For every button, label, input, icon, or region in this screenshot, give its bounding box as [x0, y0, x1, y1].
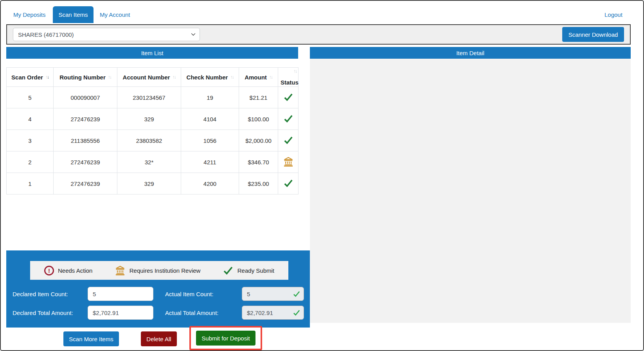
column-label: Routing Number — [59, 74, 106, 81]
declared-total-amount-label: Declared Total Amount: — [13, 310, 88, 316]
check-number-cell: 19 — [181, 87, 239, 108]
sort-arrows-icon: ↑↓ — [269, 74, 272, 80]
account-number-cell: 329 — [117, 108, 181, 130]
column-header-status[interactable]: ↑↓Status — [278, 68, 299, 87]
sort-arrows-icon: ↑↓ — [45, 74, 49, 80]
match-check-icon — [293, 309, 300, 317]
actual-total-amount-field: $2,702.91 — [242, 306, 304, 320]
routing-number-cell: 272476239 — [54, 173, 117, 194]
column-label: Amount — [245, 74, 267, 81]
declared-item-count-input[interactable] — [88, 287, 153, 301]
table-row[interactable]: 2 272476239 32* 4211 $346.70 — [7, 151, 299, 173]
column-label: Account Number — [123, 74, 170, 81]
legend-label: Ready Submit — [237, 267, 274, 274]
item-detail-panel — [310, 59, 631, 323]
scan-order-cell: 2 — [7, 151, 54, 173]
institution-review-icon — [115, 265, 126, 276]
status-cell — [278, 108, 299, 130]
column-header-scan-order[interactable]: Scan Order↑↓ — [7, 68, 54, 87]
status-cell — [278, 173, 299, 194]
item-list-header: Item List — [6, 47, 298, 59]
check-number-cell: 4200 — [181, 173, 239, 194]
table-header-row: Scan Order↑↓ Routing Number↑↓ Account Nu… — [7, 68, 299, 87]
needs-action-icon: ! — [44, 266, 54, 275]
column-header-amount[interactable]: Amount↑↓ — [239, 68, 278, 87]
status-cell — [278, 151, 299, 173]
submit-highlight-annotation: Submit for Deposit — [189, 326, 262, 350]
legend-label: Needs Action — [58, 267, 92, 274]
tab-my-deposits[interactable]: My Deposits — [13, 11, 46, 18]
routing-number-cell: 000090007 — [54, 87, 117, 108]
check-number-cell: 4211 — [181, 151, 239, 173]
institution-review-icon — [283, 156, 294, 167]
column-header-check-number[interactable]: Check Number↑↓ — [181, 68, 239, 87]
ready-check-icon — [283, 113, 293, 124]
ready-check-icon — [283, 92, 293, 102]
ready-check-icon — [283, 135, 293, 145]
table-row[interactable]: 3 211385556 23803582 1056 $2,000.00 — [7, 130, 299, 151]
tab-my-account[interactable]: My Account — [100, 11, 130, 18]
table-row[interactable]: 1 272476239 329 4200 $235.00 — [7, 173, 299, 194]
amount-cell: $235.00 — [239, 173, 278, 194]
legend-needs-action: ! Needs Action — [44, 266, 92, 275]
actual-total-amount-value: $2,702.91 — [247, 310, 273, 316]
tab-scan-items[interactable]: Scan Items — [53, 6, 94, 23]
account-number-cell: 329 — [117, 173, 181, 194]
deposit-summary-panel: ! Needs Action Requires Institution Revi… — [6, 250, 310, 328]
actual-item-count-value: 5 — [247, 291, 250, 297]
routing-number-cell: 211385556 — [54, 130, 117, 151]
routing-number-cell: 272476239 — [54, 151, 117, 173]
column-header-account-number[interactable]: Account Number↑↓ — [117, 68, 181, 87]
legend-label: Requires Institution Review — [130, 267, 201, 274]
column-label: Status — [280, 79, 299, 86]
account-number-cell: 2301234567 — [117, 87, 181, 108]
column-label: Scan Order — [11, 74, 43, 81]
column-header-routing-number[interactable]: Routing Number↑↓ — [54, 68, 117, 87]
scan-order-cell: 1 — [7, 173, 54, 194]
app-window: My Deposits Scan Items My Account Logout… — [0, 0, 644, 351]
declared-total-amount-input[interactable] — [88, 306, 153, 320]
account-number-cell: 23803582 — [117, 130, 181, 151]
actual-item-count-label: Actual Item Count: — [165, 291, 242, 297]
account-toolbar: SHARES (46717000) Scanner Download — [6, 24, 631, 45]
account-number-cell: 32* — [117, 151, 181, 173]
amount-cell: $346.70 — [239, 151, 278, 173]
item-detail-header: Item Detail — [310, 47, 631, 59]
sort-arrows-icon: ↑↓ — [108, 74, 111, 80]
scan-order-cell: 3 — [7, 130, 54, 151]
actual-item-count-field: 5 — [242, 287, 304, 301]
delete-all-button[interactable]: Delete All — [141, 331, 177, 346]
amount-cell: $21.21 — [239, 87, 278, 108]
table-row[interactable]: 5 000090007 2301234567 19 $21.21 — [7, 87, 299, 108]
match-check-icon — [293, 290, 300, 298]
scanner-download-button[interactable]: Scanner Download — [562, 27, 624, 42]
amount-cell: $2,000.00 — [239, 130, 278, 151]
item-list-table: Scan Order↑↓ Routing Number↑↓ Account Nu… — [6, 67, 299, 194]
status-legend: ! Needs Action Requires Institution Revi… — [30, 261, 288, 280]
scan-order-cell: 5 — [7, 87, 54, 108]
status-cell — [278, 87, 299, 108]
sort-arrows-icon: ↑↓ — [172, 74, 175, 80]
submit-for-deposit-button[interactable]: Submit for Deposit — [196, 331, 255, 346]
sort-arrows-icon: ↑↓ — [293, 68, 297, 74]
status-cell — [278, 130, 299, 151]
column-label: Check Number — [187, 74, 228, 81]
check-number-cell: 1056 — [181, 130, 239, 151]
check-number-cell: 4104 — [181, 108, 239, 130]
sort-arrows-icon: ↑↓ — [230, 74, 233, 80]
actual-total-amount-label: Actual Total Amount: — [165, 310, 242, 316]
table-row[interactable]: 4 272476239 329 4104 $100.00 — [7, 108, 299, 130]
amount-cell: $100.00 — [239, 108, 278, 130]
scan-more-items-button[interactable]: Scan More Items — [63, 331, 119, 346]
ready-check-icon — [283, 178, 293, 188]
account-select[interactable]: SHARES (46717000) — [13, 28, 200, 41]
ready-check-icon — [223, 265, 234, 276]
logout-link[interactable]: Logout — [604, 11, 622, 18]
routing-number-cell: 272476239 — [54, 108, 117, 130]
scan-order-cell: 4 — [7, 108, 54, 130]
declared-item-count-label: Declared Item Count: — [13, 291, 88, 297]
legend-ready-submit: Ready Submit — [223, 265, 274, 276]
legend-institution-review: Requires Institution Review — [115, 265, 201, 276]
